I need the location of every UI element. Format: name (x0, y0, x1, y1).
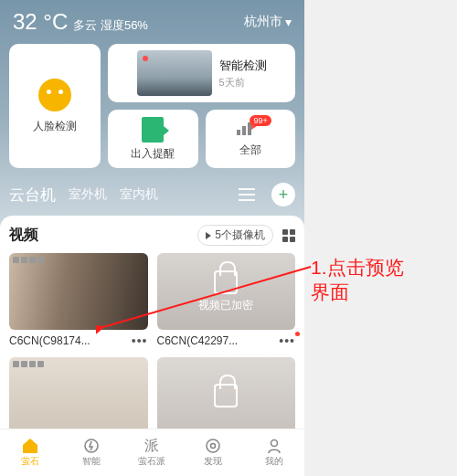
video-name-1: C6CN(C98174... (9, 334, 90, 347)
lock-icon (214, 384, 238, 407)
video-preview-3[interactable] (9, 357, 148, 434)
smart-detect-card[interactable]: 智能检测 5天前 (108, 44, 295, 102)
face-icon (38, 79, 71, 111)
nav-pai[interactable]: 派 萤石派 (122, 429, 183, 476)
chevron-down-icon: ▾ (285, 15, 292, 29)
status-dots (13, 361, 44, 367)
entry-alert-card[interactable]: 出入提醒 (108, 110, 198, 168)
weather-desc: 多云 湿度56% (73, 17, 148, 34)
nav-smart-label: 智能 (82, 455, 101, 468)
nav-smart[interactable]: 智能 (61, 429, 122, 476)
smart-icon (82, 438, 101, 454)
status-dots (13, 257, 44, 263)
home-icon (21, 438, 39, 454)
more-icon[interactable]: ••• (279, 333, 295, 348)
entry-label: 出入提醒 (131, 146, 175, 162)
more-icon[interactable]: ••• (132, 333, 148, 348)
camera-count-pill[interactable]: 5个摄像机 (197, 225, 273, 246)
annotation-text: 1.点击预览 界面 (311, 255, 404, 305)
video-item-1: C6CN(C98174... ••• (9, 253, 148, 348)
all-label: 全部 (239, 143, 261, 158)
encrypted-label: 视频已加密 (198, 298, 253, 313)
video-name-2: C6CN(C42297... (157, 334, 239, 347)
annotation-line2: 界面 (311, 280, 404, 304)
bottom-nav: 萤石 智能 派 萤石派 发现 我的 (0, 428, 304, 476)
nav-discover-label: 发现 (204, 455, 222, 468)
badge-count: 99+ (250, 115, 271, 126)
nav-discover[interactable]: 发现 (183, 429, 244, 476)
video-item-4 (157, 357, 296, 434)
detect-time: 5天前 (219, 76, 267, 90)
detect-title: 智能检测 (219, 58, 267, 74)
person-icon (265, 438, 283, 454)
weather-left: 32 °C 多云 湿度56% (13, 9, 148, 35)
all-icon: 99+ (237, 121, 264, 139)
temperature: 32 °C (13, 9, 68, 35)
camera-count: 5个摄像机 (215, 227, 265, 243)
video-preview-1[interactable] (9, 253, 148, 330)
face-detect-card[interactable]: 人脸检测 (9, 44, 101, 168)
tab-outdoor[interactable]: 室外机 (69, 186, 107, 203)
nav-mine[interactable]: 我的 (243, 429, 304, 476)
play-icon (206, 232, 211, 239)
pai-icon: 派 (143, 438, 161, 454)
video-grid: C6CN(C98174... ••• 视频已加密 C6CN(C42297... … (9, 253, 295, 434)
video-preview-2[interactable]: 视频已加密 (157, 253, 296, 330)
tab-ptz[interactable]: 云台机 (9, 185, 56, 206)
app-screen: 32 °C 多云 湿度56% 杭州市 ▾ 人脸检测 智能检测 5天前 (0, 0, 304, 476)
add-button[interactable]: + (271, 183, 295, 206)
face-detect-label: 人脸检测 (33, 119, 77, 134)
weather-bar: 32 °C 多云 湿度56% 杭州市 ▾ (0, 0, 304, 38)
feature-cards: 人脸检测 智能检测 5天前 出入提醒 99+ (0, 38, 304, 174)
nav-home-label: 萤石 (21, 455, 39, 468)
video-preview-4[interactable] (157, 357, 296, 434)
nav-mine-label: 我的 (265, 455, 283, 468)
right-card-column: 智能检测 5天前 出入提醒 99+ 全部 (108, 44, 295, 168)
annotation-line1: 1.点击预览 (311, 255, 404, 280)
tab-indoor[interactable]: 室内机 (120, 186, 158, 203)
nav-home[interactable]: 萤石 (0, 429, 61, 476)
svg-point-3 (271, 440, 277, 447)
discover-icon (204, 438, 222, 454)
svg-point-1 (207, 439, 219, 452)
video-item-2: 视频已加密 C6CN(C42297... ••• (157, 253, 296, 348)
video-title: 视频 (9, 226, 38, 245)
door-icon (142, 117, 164, 143)
svg-point-2 (211, 444, 216, 449)
menu-icon[interactable] (235, 183, 259, 206)
nav-pai-label: 萤石派 (138, 455, 165, 468)
city-name: 杭州市 (244, 14, 282, 30)
grid-toggle-icon[interactable] (282, 229, 295, 242)
lock-icon (214, 270, 238, 294)
city-selector[interactable]: 杭州市 ▾ (244, 14, 292, 30)
category-tabs: 云台机 室外机 室内机 + (0, 174, 304, 212)
all-card[interactable]: 99+ 全部 (206, 110, 296, 168)
video-item-3 (9, 357, 148, 434)
detect-thumbnail (137, 50, 212, 96)
